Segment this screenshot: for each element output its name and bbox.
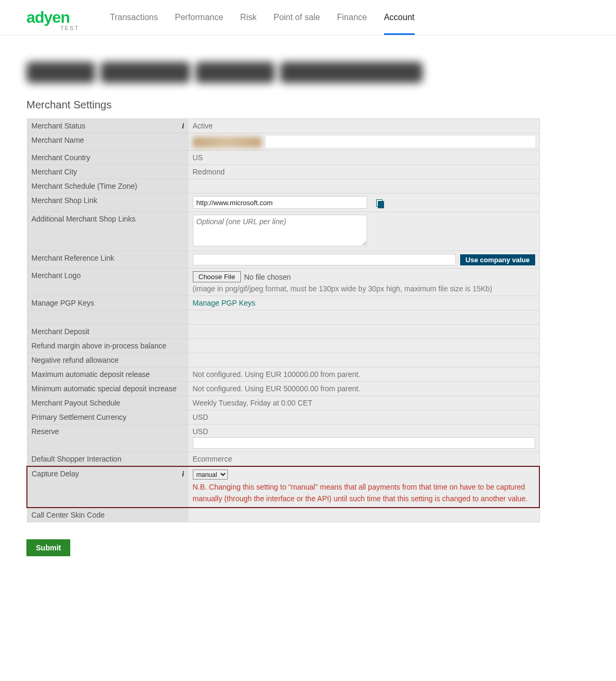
label-shop-link: Merchant Shop Link	[27, 194, 189, 212]
label-country: Merchant Country	[27, 151, 189, 165]
brand-tag: TEST	[60, 25, 79, 31]
row-skin-code: Call Center Skin Code	[27, 508, 539, 522]
use-company-value-button[interactable]: Use company value	[460, 254, 535, 265]
value-reserve: USD	[193, 427, 535, 436]
label-skin-code: Call Center Skin Code	[27, 508, 189, 522]
row-city: Merchant City Redmond	[27, 165, 539, 179]
label-min-auto-special: Minimum automatic special deposit increa…	[27, 382, 189, 396]
additional-links-textarea[interactable]	[193, 215, 367, 246]
label-schedule: Merchant Schedule (Time Zone)	[27, 179, 189, 194]
row-pgp: Manage PGP Keys Manage PGP Keys	[27, 296, 539, 310]
logo-hint: (image in png/gif/jpeg format, must be 1…	[193, 284, 535, 293]
main-nav: Transactions Performance Risk Point of s…	[110, 0, 415, 35]
row-logo: Merchant Logo Choose File No file chosen…	[27, 269, 539, 296]
value-skin-code	[189, 508, 540, 522]
row-status: Merchant Status i Active	[27, 119, 539, 133]
nav-performance[interactable]: Performance	[175, 0, 223, 35]
label-ref-link: Merchant Reference Link	[27, 251, 189, 269]
row-refund-margin: Refund margin above in-process balance	[27, 339, 539, 353]
brand-name: adyen	[26, 8, 70, 26]
label-payout-schedule: Merchant Payout Schedule	[27, 396, 189, 410]
value-settlement-currency: USD	[189, 410, 540, 425]
nav-account[interactable]: Account	[384, 0, 415, 35]
row-payout-schedule: Merchant Payout Schedule Weekly Tuesday,…	[27, 396, 539, 410]
row-ref-link: Merchant Reference Link Use company valu…	[27, 251, 539, 269]
value-payout-schedule: Weekly Tuesday, Friday at 0:00 CET	[189, 396, 540, 410]
value-status: Active	[189, 119, 540, 133]
submit-button[interactable]: Submit	[26, 539, 70, 556]
row-max-auto-deposit: Maximum automatic deposit release Not co…	[27, 367, 539, 382]
label-city: Merchant City	[27, 165, 189, 179]
label-refund-margin: Refund margin above in-process balance	[27, 339, 189, 353]
nav-point-of-sale[interactable]: Point of sale	[274, 0, 320, 35]
row-shopper-interaction: Default Shopper Interaction Ecommerce	[27, 452, 539, 467]
nav-finance[interactable]: Finance	[337, 0, 367, 35]
row-capture-delay: Capture Delay i manual N.B. Changing thi…	[27, 466, 539, 508]
label-name: Merchant Name	[27, 133, 189, 151]
capture-delay-select[interactable]: manual	[193, 470, 228, 480]
value-country: US	[189, 151, 540, 165]
info-icon[interactable]: i	[182, 470, 184, 478]
row-shop-link: Merchant Shop Link	[27, 194, 539, 212]
label-neg-refund: Negative refund allowance	[27, 353, 189, 367]
value-deposit	[189, 325, 540, 339]
page-content: Merchant Settings Merchant Status i Acti…	[0, 35, 549, 577]
choose-file-button[interactable]: Choose File	[193, 271, 241, 282]
row-additional-links: Additional Merchant Shop Links	[27, 212, 539, 251]
label-reserve: Reserve	[27, 425, 189, 452]
label-pgp: Manage PGP Keys	[27, 296, 189, 310]
value-refund-margin	[189, 339, 540, 353]
merchant-name-redacted	[193, 137, 262, 148]
row-name: Merchant Name	[27, 133, 539, 151]
merchant-name-input[interactable]	[266, 136, 535, 148]
value-max-auto-deposit: Not configured. Using EUR 100000.00 from…	[189, 367, 540, 382]
reserve-input[interactable]	[193, 437, 535, 449]
label-max-auto-deposit: Maximum automatic deposit release	[27, 367, 189, 382]
nav-risk[interactable]: Risk	[240, 0, 257, 35]
row-min-auto-special: Minimum automatic special deposit increa…	[27, 382, 539, 396]
manage-pgp-link[interactable]: Manage PGP Keys	[193, 299, 256, 307]
row-settlement-currency: Primary Settlement Currency USD	[27, 410, 539, 425]
label-capture-delay: Capture Delay	[32, 470, 79, 478]
section-title: Merchant Settings	[26, 99, 523, 111]
capture-delay-warning: N.B. Changing this setting to "manual" m…	[193, 482, 535, 504]
row-spacer	[27, 310, 539, 325]
label-shopper-interaction: Default Shopper Interaction	[27, 452, 189, 467]
copy-icon[interactable]	[376, 199, 384, 207]
info-icon[interactable]: i	[182, 122, 184, 131]
value-neg-refund	[189, 353, 540, 367]
nav-transactions[interactable]: Transactions	[110, 0, 158, 35]
merchant-settings-table: Merchant Status i Active Merchant Name M…	[26, 118, 540, 522]
value-min-auto-special: Not configured. Using EUR 500000.00 from…	[189, 382, 540, 396]
label-logo: Merchant Logo	[27, 269, 189, 296]
label-settlement-currency: Primary Settlement Currency	[27, 410, 189, 425]
label-additional-links: Additional Merchant Shop Links	[27, 212, 189, 251]
row-country: Merchant Country US	[27, 151, 539, 165]
label-deposit: Merchant Deposit	[27, 325, 189, 339]
row-reserve: Reserve USD	[27, 425, 539, 452]
value-shopper-interaction: Ecommerce	[189, 452, 540, 467]
row-schedule: Merchant Schedule (Time Zone)	[27, 179, 539, 194]
no-file-text: No file chosen	[244, 273, 291, 281]
row-neg-refund: Negative refund allowance	[27, 353, 539, 367]
ref-link-input[interactable]	[193, 254, 456, 265]
row-deposit: Merchant Deposit	[27, 325, 539, 339]
page-title-redacted	[26, 62, 523, 83]
value-city: Redmond	[189, 165, 540, 179]
value-schedule	[189, 179, 540, 194]
shop-link-input[interactable]	[193, 196, 367, 209]
top-bar: adyen TEST Transactions Performance Risk…	[0, 0, 616, 35]
brand-logo: adyen TEST	[26, 10, 85, 25]
label-status: Merchant Status	[32, 122, 86, 130]
